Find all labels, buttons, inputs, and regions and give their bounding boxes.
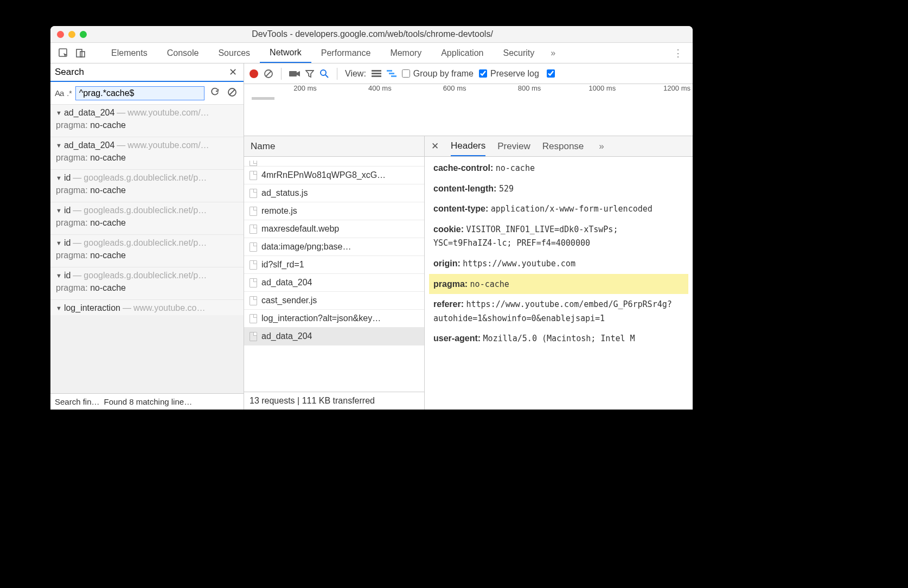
svg-rect-2 — [80, 52, 85, 57]
zoom-window-button[interactable] — [80, 31, 87, 38]
tab-console[interactable]: Console — [157, 43, 209, 63]
search-result[interactable]: ▼id — googleads.g.doubleclick.net/p…prag… — [50, 234, 244, 267]
device-toolbar-icon[interactable] — [72, 43, 89, 63]
request-name: remote.js — [261, 206, 297, 216]
header-value: no-cache — [496, 163, 535, 173]
regex-toggle-icon[interactable]: .* — [67, 89, 72, 98]
request-row[interactable]: remote.js — [244, 202, 424, 220]
more-tabs-icon[interactable]: » — [544, 48, 562, 58]
large-rows-icon[interactable] — [372, 70, 381, 78]
window-title: DevTools - developers.google.com/web/too… — [87, 29, 658, 39]
search-result-key: pragma: — [56, 251, 88, 260]
headers-body: cache-control: no-cachecontent-length: 5… — [425, 157, 693, 410]
match-case-icon[interactable]: Aa — [55, 88, 63, 98]
request-row[interactable]: cast_sender.js — [244, 292, 424, 310]
file-icon — [250, 260, 257, 270]
tab-sources[interactable]: Sources — [208, 43, 260, 63]
disclosure-triangle-icon[interactable]: ▼ — [56, 305, 62, 311]
tab-headers[interactable]: Headers — [451, 136, 485, 156]
name-column-header[interactable]: Name — [244, 136, 424, 157]
search-result[interactable]: ▼ad_data_204 — www.youtube.com/…pragma: … — [50, 137, 244, 169]
request-row[interactable]: log_interaction?alt=json&key… — [244, 310, 424, 328]
tab-application[interactable]: Application — [431, 43, 493, 63]
timeline-mark — [252, 97, 274, 100]
request-row[interactable] — [244, 157, 424, 167]
screenshots-icon[interactable] — [289, 70, 300, 78]
search-result-value: no-cache — [90, 153, 126, 162]
extra-checkbox-input[interactable] — [547, 69, 555, 78]
header-row[interactable]: referer: https://www.youtube.com/embed/G… — [429, 294, 688, 328]
preserve-log-checkbox[interactable]: Preserve log — [479, 69, 539, 79]
tab-preview[interactable]: Preview — [497, 141, 530, 152]
header-value: https://www.youtube.com/embed/G_P6rpRSr4… — [433, 299, 672, 323]
close-detail-icon[interactable]: ✕ — [431, 140, 439, 152]
header-row[interactable]: pragma: no-cache — [429, 274, 688, 295]
disclosure-triangle-icon[interactable]: ▼ — [56, 175, 62, 181]
minimize-window-button[interactable] — [68, 31, 75, 38]
search-result[interactable]: ▼id — googleads.g.doubleclick.net/p…prag… — [50, 267, 244, 299]
more-detail-tabs-icon[interactable]: » — [599, 141, 604, 152]
header-row[interactable]: content-type: application/x-www-form-url… — [429, 199, 688, 219]
tab-response[interactable]: Response — [542, 141, 584, 152]
clear-search-icon[interactable] — [225, 87, 239, 99]
clear-button[interactable] — [264, 69, 273, 79]
tab-security[interactable]: Security — [493, 43, 544, 63]
request-row[interactable]: id?slf_rd=1 — [244, 256, 424, 274]
disable-cache-checkbox[interactable] — [547, 69, 555, 78]
search-result[interactable]: ▼log_interaction — www.youtube.co… — [50, 299, 244, 315]
record-button[interactable] — [250, 69, 258, 78]
disclosure-triangle-icon[interactable]: ▼ — [56, 142, 62, 149]
tab-memory[interactable]: Memory — [380, 43, 431, 63]
search-network-icon[interactable] — [319, 69, 329, 79]
disclosure-triangle-icon[interactable]: ▼ — [56, 207, 62, 214]
header-row[interactable]: cookie: VISITOR_INFO1_LIVE=dDk0-xTswPs; … — [429, 219, 688, 253]
request-detail-pane: ✕ Headers Preview Response » cache-contr… — [425, 136, 693, 410]
request-name: 4mrRnEPnWo81qWPG8_xcG… — [261, 170, 386, 180]
close-window-button[interactable] — [57, 31, 64, 38]
group-by-frame-checkbox[interactable]: Group by frame — [402, 69, 474, 79]
file-icon — [250, 189, 257, 198]
header-value: 529 — [499, 184, 514, 194]
header-row[interactable]: cache-control: no-cache — [429, 158, 688, 178]
request-row[interactable]: ad_status.js — [244, 184, 424, 202]
timeline-tick: 1000 ms — [543, 84, 618, 94]
header-key: cache-control: — [433, 163, 493, 172]
tab-network[interactable]: Network — [260, 43, 311, 63]
disclosure-triangle-icon[interactable]: ▼ — [56, 240, 62, 246]
search-input[interactable] — [75, 86, 204, 100]
search-result[interactable]: ▼ad_data_204 — www.youtube.com/…pragma: … — [50, 105, 244, 137]
close-search-pane-button[interactable]: ✕ — [227, 66, 239, 78]
settings-menu-icon[interactable]: ⋮ — [668, 47, 688, 59]
search-result-domain: www.youtube.co… — [133, 303, 206, 313]
timeline-overview[interactable]: 200 ms400 ms600 ms800 ms1000 ms1200 ms — [244, 84, 693, 136]
refresh-search-icon[interactable] — [208, 87, 222, 99]
search-results: ▼ad_data_204 — www.youtube.com/…pragma: … — [50, 105, 244, 393]
group-by-frame-input[interactable] — [402, 69, 410, 78]
request-row[interactable]: maxresdefault.webp — [244, 220, 424, 238]
panel-tabs: ElementsConsoleSourcesNetworkPerformance… — [50, 43, 693, 63]
disclosure-triangle-icon[interactable]: ▼ — [56, 110, 62, 116]
search-result[interactable]: ▼id — googleads.g.doubleclick.net/p…prag… — [50, 169, 244, 202]
svg-line-9 — [325, 75, 328, 78]
inspect-element-icon[interactable] — [55, 43, 72, 63]
request-name: maxresdefault.webp — [261, 224, 339, 234]
header-row[interactable]: origin: https://www.youtube.com — [429, 253, 688, 274]
header-value: application/x-www-form-urlencoded — [491, 204, 653, 214]
search-result-key: pragma: — [56, 153, 88, 162]
filter-icon[interactable] — [305, 69, 314, 78]
tab-performance[interactable]: Performance — [311, 43, 381, 63]
request-row[interactable]: data:image/png;base… — [244, 238, 424, 256]
preserve-log-input[interactable] — [479, 69, 487, 78]
tab-elements[interactable]: Elements — [101, 43, 157, 63]
request-row[interactable]: ad_data_204 — [244, 274, 424, 292]
request-row[interactable]: 4mrRnEPnWo81qWPG8_xcG… — [244, 167, 424, 184]
file-icon — [250, 242, 257, 252]
header-row[interactable]: content-length: 529 — [429, 178, 688, 199]
file-icon — [250, 314, 257, 323]
search-result[interactable]: ▼id — googleads.g.doubleclick.net/p…prag… — [50, 202, 244, 234]
waterfall-icon[interactable] — [387, 70, 397, 78]
search-result-name: id — [64, 271, 71, 280]
disclosure-triangle-icon[interactable]: ▼ — [56, 272, 62, 279]
request-row[interactable]: ad_data_204 — [244, 328, 424, 346]
header-row[interactable]: user-agent: Mozilla/5.0 (Macintosh; Inte… — [429, 328, 688, 349]
